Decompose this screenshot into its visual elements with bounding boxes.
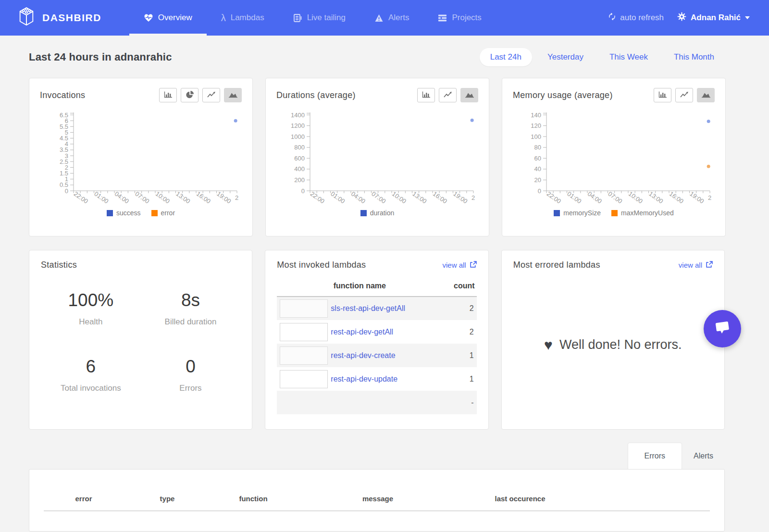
chart-type-bar-button[interactable] — [159, 88, 177, 102]
invocation-count: - — [442, 391, 476, 414]
navbar-right: auto refresh — [608, 0, 769, 36]
filter-this-week[interactable]: This Week — [599, 48, 658, 66]
svg-text:200: 200 — [294, 176, 305, 184]
svg-text:1400: 1400 — [291, 111, 305, 119]
chart-type-bar-button[interactable] — [417, 88, 435, 102]
nav-item-label: Live tailing — [307, 13, 346, 23]
legend-item: maxMemoryUsed — [611, 209, 674, 217]
chart-type-area-button[interactable] — [460, 88, 478, 102]
view-all-invoked-link[interactable]: view all — [442, 261, 476, 270]
stat-label: Billed duration — [141, 317, 241, 327]
durations-chart: 140012001000800600400200022:0001:0004:00… — [276, 107, 478, 211]
errors-table-header: error type function message last occuren… — [29, 470, 724, 503]
lambda-row: sls-rest-api-dev-getAll 2 — [277, 297, 476, 320]
svg-text:800: 800 — [294, 144, 305, 151]
column-function: function — [197, 495, 310, 503]
page-title: Last 24 hours in adnanrahic — [29, 51, 172, 63]
svg-text:16:00: 16:00 — [668, 190, 685, 205]
nav-item-alerts[interactable]: Alerts — [360, 0, 423, 36]
svg-text:400: 400 — [294, 165, 305, 173]
svg-text:0: 0 — [65, 187, 68, 195]
area-chart-icon — [228, 91, 238, 100]
filter-yesterday[interactable]: Yesterday — [537, 48, 594, 66]
svg-text:22:00: 22:00 — [73, 190, 89, 205]
chart-type-line-button[interactable] — [439, 88, 457, 102]
chart-type-bar-button[interactable] — [654, 88, 671, 102]
function-link[interactable]: rest-api-dev-update — [331, 375, 397, 383]
line-chart-icon — [207, 91, 216, 100]
area-chart-icon — [701, 91, 711, 100]
filter-this-month[interactable]: This Month — [663, 48, 725, 66]
lambda-row: rest-api-dev-create 1 — [277, 344, 476, 367]
auto-refresh-toggle[interactable]: auto refresh — [608, 12, 664, 23]
external-link-icon — [706, 261, 713, 270]
stat-health: 100% Health — [41, 290, 141, 327]
filter-last-24h[interactable]: Last 24h — [480, 48, 532, 66]
chat-widget-button[interactable] — [704, 310, 741, 347]
svg-text:22:00: 22:00 — [546, 190, 562, 205]
legend-swatch — [611, 210, 618, 216]
chart-type-pie-button[interactable] — [181, 88, 198, 102]
nav-item-projects[interactable]: Projects — [423, 0, 496, 36]
gear-icon — [677, 12, 686, 24]
brand[interactable]: DASHBIRD — [0, 0, 101, 36]
column-last-occurence: last occurence — [446, 495, 595, 503]
function-link[interactable]: rest-api-dev-getAll — [331, 328, 393, 336]
chart-type-line-button[interactable] — [675, 88, 693, 102]
line-chart-icon — [443, 91, 453, 100]
stat-label: Total invocations — [41, 384, 141, 393]
svg-text:20: 20 — [534, 176, 541, 184]
view-all-errored-link[interactable]: view all — [679, 261, 713, 270]
lambda-icon: λ — [221, 13, 226, 23]
lambda-row: rest-api-dev-getAll 2 — [277, 320, 476, 344]
legend-item: error — [151, 209, 175, 217]
invocations-card: Invocations 6.565.554.543.532.521.510.50… — [29, 78, 253, 236]
bar-chart-icon — [163, 91, 173, 100]
nav-item-overview[interactable]: Overview — [129, 0, 207, 36]
nav-item-label: Projects — [452, 13, 481, 23]
legend-item: success — [107, 209, 141, 217]
chart-type-line-button[interactable] — [202, 88, 220, 102]
legend-label: memorySize — [563, 209, 601, 217]
tab-errors[interactable]: Errors — [628, 443, 682, 469]
errors-panel: error type function message last occuren… — [29, 469, 725, 532]
svg-text:19:00: 19:00 — [688, 190, 705, 205]
area-chart-icon — [465, 91, 474, 100]
alert-triangle-icon — [374, 14, 384, 22]
tab-alerts[interactable]: Alerts — [682, 443, 725, 469]
statistics-grid: 100% Health 8s Billed duration 6 Total i… — [41, 270, 240, 420]
svg-text:140: 140 — [531, 111, 541, 119]
auto-refresh-label: auto refresh — [620, 13, 664, 23]
legend-swatch — [554, 210, 560, 216]
nav-item-live-tailing[interactable]: Live tailing — [279, 0, 360, 36]
svg-text:16:00: 16:00 — [432, 190, 448, 205]
legend-label: maxMemoryUsed — [621, 209, 674, 217]
svg-text:19:00: 19:00 — [215, 190, 232, 205]
svg-text:07:00: 07:00 — [370, 190, 387, 205]
column-type: type — [138, 495, 197, 503]
chart-type-area-button[interactable] — [224, 88, 242, 102]
user-menu[interactable]: Adnan Rahić — [677, 12, 750, 24]
statistics-card: Statistics 100% Health 8s Billed duratio… — [29, 250, 252, 430]
view-all-label: view all — [442, 261, 466, 269]
sparkline-placeholder — [280, 370, 328, 388]
legend-label: duration — [370, 209, 395, 217]
navbar: DASHBIRD Overview λ Lambdas — [0, 0, 769, 36]
function-link[interactable]: sls-rest-api-dev-getAll — [331, 304, 405, 312]
sparkline-placeholder — [280, 299, 328, 318]
no-errors-message: Well done! No errors. — [559, 337, 682, 352]
chart-type-area-button[interactable] — [697, 88, 715, 102]
function-link[interactable]: rest-api-dev-create — [331, 351, 395, 359]
svg-text:2: 2 — [235, 194, 238, 201]
stat-value: 6 — [41, 357, 141, 377]
nav-item-label: Overview — [158, 13, 192, 23]
chart-toolbar — [159, 88, 242, 102]
bar-chart-icon — [422, 91, 431, 100]
stat-billed-duration: 8s Billed duration — [141, 290, 241, 327]
svg-text:0: 0 — [301, 187, 305, 195]
chart-toolbar — [417, 88, 478, 102]
stat-label: Errors — [141, 384, 241, 393]
nav-item-lambdas[interactable]: λ Lambdas — [207, 0, 279, 36]
stat-value: 100% — [41, 290, 141, 310]
svg-text:01:00: 01:00 — [329, 190, 346, 205]
